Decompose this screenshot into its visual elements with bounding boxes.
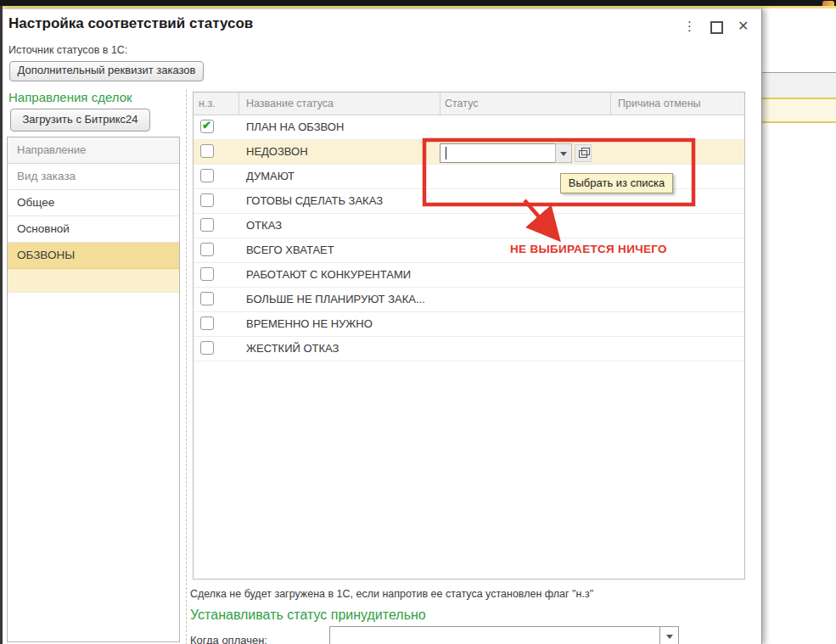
nz-checkbox[interactable] — [200, 292, 214, 305]
load-from-bitrix-button[interactable]: Загрузить с Битрикс24 — [10, 109, 150, 132]
status-row[interactable]: РАБОТАЮТ С КОНКУРЕНТАМИ — [194, 263, 744, 288]
column-nz: н.з. — [199, 92, 216, 115]
direction-row-vid-zakaza[interactable]: Вид заказа — [8, 164, 179, 190]
nz-checkbox[interactable] — [200, 169, 214, 182]
combo-choose-button[interactable] — [575, 144, 592, 162]
background-highlight-row — [762, 99, 836, 121]
statuses-table-header: н.з. Название статуса Статус Причина отм… — [194, 92, 744, 115]
paid-status-input[interactable] — [329, 626, 660, 644]
status-row[interactable]: ЖЕСТКИЙ ОТКАЗ — [194, 337, 744, 361]
directions-table: Направление Вид заказа Общее Основной ОБ… — [7, 137, 180, 642]
status-row[interactable]: ВРЕМЕННО НЕ НУЖНО — [194, 312, 744, 337]
direction-row-obzvony-selected[interactable]: ОБЗВОНЫ — [8, 243, 179, 269]
combo-dropdown-button[interactable] — [555, 143, 572, 163]
screen: Настройка соответствий статусов ⋮ ✕ Исто… — [0, 0, 836, 644]
more-menu-icon[interactable]: ⋮ — [683, 19, 696, 34]
direction-row-osnovnoy[interactable]: Основной — [8, 216, 179, 243]
direction-row-obshchee[interactable]: Общее — [8, 190, 179, 216]
nz-checkbox-checked[interactable] — [200, 120, 214, 133]
annotation-note: НЕ ВЫБИРАЕТСЯ НИЧЕГО — [510, 243, 667, 255]
column-status: Статус — [445, 92, 479, 115]
nz-checkbox[interactable] — [200, 341, 214, 355]
dialog-title: Настройка соответствий статусов — [8, 15, 253, 32]
close-icon[interactable]: ✕ — [738, 19, 749, 34]
column-status-name: Название статуса — [246, 92, 334, 115]
paid-dropdown-button[interactable] — [659, 626, 679, 644]
status-combo-input[interactable] — [440, 143, 556, 163]
statuses-table: н.з. Название статуса Статус Причина отм… — [193, 92, 745, 580]
background-toolbar-strip — [762, 73, 836, 98]
force-status-section-title: Устанавливать статус принудительно — [190, 608, 426, 623]
choose-from-list-icon — [579, 150, 587, 158]
source-button[interactable]: Дополнительный реквизит заказов — [9, 61, 204, 81]
status-mapping-dialog: Настройка соответствий статусов ⋮ ✕ Исто… — [3, 8, 762, 644]
text-caret — [446, 147, 446, 160]
paid-label: Когда оплачен: — [190, 634, 267, 644]
background-yellow-line-bottom — [762, 121, 836, 123]
status-row[interactable]: БОЛЬШЕ НЕ ПЛАНИРУЮТ ЗАКА... — [194, 288, 744, 312]
status-row[interactable]: ОТКАЗ — [194, 214, 744, 238]
nz-checkbox[interactable] — [200, 218, 214, 232]
chevron-down-icon — [560, 152, 567, 156]
source-label: Источник статусов в 1С: — [8, 44, 127, 56]
directions-column-header: Направление — [8, 137, 179, 164]
column-cancel-reason: Причина отмены — [618, 92, 701, 115]
nz-checkbox[interactable] — [200, 316, 214, 330]
chevron-down-icon — [666, 635, 673, 639]
status-row[interactable]: ПЛАН НА ОБЗВОН — [194, 115, 744, 140]
tooltip: Выбрать из списка — [560, 173, 673, 193]
nz-flag-hint: Сделка не будет загружена в 1С, если нап… — [190, 588, 593, 600]
maximize-icon[interactable] — [710, 21, 723, 34]
nz-checkbox[interactable] — [200, 144, 214, 158]
panel-splitter[interactable] — [186, 90, 187, 644]
directions-section-title: Направления сделок — [8, 90, 132, 104]
background-titlebar — [0, 0, 836, 6]
nz-checkbox[interactable] — [200, 193, 214, 207]
nz-checkbox[interactable] — [200, 267, 214, 281]
direction-row-empty[interactable] — [8, 269, 179, 293]
nz-checkbox[interactable] — [200, 243, 214, 256]
